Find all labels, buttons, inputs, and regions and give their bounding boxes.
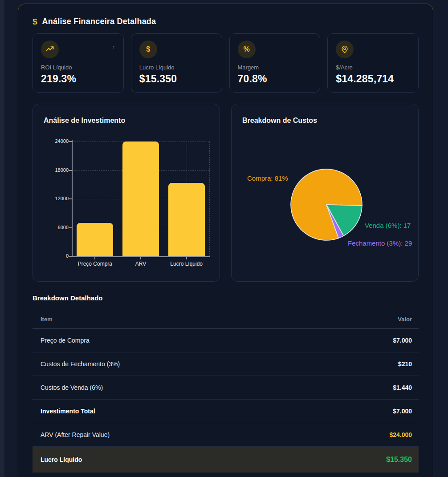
x-tick-mark bbox=[186, 257, 187, 259]
table-row-net-profit-highlighted: Lucro Líquido $15.350 bbox=[33, 447, 419, 473]
table-row-arv: ARV (After Repair Value) $24.000 bbox=[33, 423, 419, 447]
table-row-total-investment: Investimento Total $7.000 bbox=[33, 400, 419, 423]
stat-value: $15.350 bbox=[139, 73, 214, 85]
stat-card-margin: % Margem 70.8% bbox=[229, 33, 321, 93]
column-header-item: Item bbox=[41, 316, 53, 328]
column-header-valor: Valor bbox=[398, 316, 412, 328]
pie-label-venda: Venda (6%): 17 bbox=[365, 222, 411, 229]
pie-label-compra: Compra: 81% bbox=[247, 174, 288, 182]
table-row: Custos de Venda (6%) $1.440 bbox=[33, 376, 419, 400]
stat-card-per-acre: $/Acre $14.285,714 bbox=[327, 33, 419, 93]
bar-chart-title: Análise de Investimento bbox=[44, 117, 125, 125]
row-item-value: $7.000 bbox=[393, 337, 412, 344]
page-left-edge bbox=[0, 0, 4, 477]
bar-ARV[interactable] bbox=[122, 141, 159, 256]
trend-up-indicator: ↑ bbox=[112, 44, 115, 50]
table-row: Preço de Compra $7.000 bbox=[33, 329, 419, 352]
y-axis-line bbox=[72, 140, 73, 257]
panel-title: Análise Financeira Detalhada bbox=[42, 17, 156, 26]
pie-svg bbox=[286, 165, 367, 245]
y-tick-label: 6000 bbox=[33, 225, 69, 230]
pie-label-fechamento: Fechamento (3%): 29 bbox=[348, 239, 412, 247]
row-item-label: Lucro Líquido bbox=[41, 456, 82, 463]
x-tick-label: Preço Compra bbox=[72, 261, 118, 267]
dollar-icon: $ bbox=[33, 17, 37, 26]
stat-card-roi: ↑ ROI Líquido 219.3% bbox=[33, 33, 124, 93]
table-row: Custos de Fechamento (3%) $210 bbox=[33, 352, 419, 376]
map-pin-icon bbox=[336, 40, 354, 58]
row-item-value: $7.000 bbox=[393, 408, 412, 415]
investment-bar-chart-card: 06000120001800024000Preço CompraARVLucro… bbox=[33, 104, 220, 282]
row-item-label: Custos de Venda (6%) bbox=[41, 384, 103, 391]
financial-analysis-panel: $ Análise Financeira Detalhada ↑ ROI Líq… bbox=[18, 4, 433, 477]
stat-value: 70.8% bbox=[238, 73, 312, 85]
x-tick-label: Lucro Líquido bbox=[163, 261, 209, 267]
y-tick-label: 18000 bbox=[33, 167, 69, 173]
stat-label: ROI Líquido bbox=[41, 64, 115, 71]
row-item-value: $24.000 bbox=[389, 431, 412, 438]
pie-chart[interactable]: Compra: 81%Venda (6%): 17Fechamento (3%)… bbox=[232, 104, 418, 281]
dollar-icon: $ bbox=[139, 40, 157, 58]
row-item-value: $1.440 bbox=[393, 384, 412, 391]
cost-pie-chart-card: Compra: 81%Venda (6%): 17Fechamento (3%)… bbox=[231, 104, 419, 282]
stats-row: ↑ ROI Líquido 219.3% $ Lucro Líquido $15… bbox=[33, 33, 419, 93]
y-tick-label: 24000 bbox=[33, 138, 69, 144]
row-item-label: ARV (After Repair Value) bbox=[41, 431, 110, 438]
y-tick-label: 0 bbox=[33, 253, 69, 259]
stat-label: Lucro Líquido bbox=[139, 64, 214, 71]
breakdown-title: Breakdown Detalhado bbox=[33, 294, 419, 302]
stat-value: $14.285,714 bbox=[336, 73, 410, 85]
panel-header: $ Análise Financeira Detalhada bbox=[33, 15, 419, 28]
breakdown-section: Breakdown Detalhado Item Valor Preço de … bbox=[33, 294, 419, 473]
bar-Lucro Líquido[interactable] bbox=[168, 183, 205, 256]
stat-label: $/Acre bbox=[336, 64, 410, 71]
gridline bbox=[209, 141, 210, 256]
row-item-label: Preço de Compra bbox=[41, 337, 90, 344]
charts-row: 06000120001800024000Preço CompraARVLucro… bbox=[33, 104, 419, 282]
bar-Preço Compra[interactable] bbox=[77, 223, 113, 256]
percent-icon: % bbox=[238, 40, 256, 58]
x-tick-mark bbox=[140, 257, 141, 259]
row-item-label: Investimento Total bbox=[41, 408, 95, 415]
trending-up-icon bbox=[41, 40, 59, 58]
pie-chart-title: Breakdown de Custos bbox=[242, 117, 317, 125]
row-item-value: $210 bbox=[398, 360, 412, 368]
stat-label: Margem bbox=[238, 64, 312, 71]
y-tick-label: 12000 bbox=[33, 196, 69, 201]
x-tick-mark bbox=[94, 257, 95, 259]
stat-value: 219.3% bbox=[41, 73, 115, 85]
stat-card-profit: $ Lucro Líquido $15.350 bbox=[131, 33, 222, 93]
table-header-row: Item Valor bbox=[33, 312, 419, 329]
row-item-value: $15.350 bbox=[386, 456, 412, 464]
row-item-label: Custos de Fechamento (3%) bbox=[41, 360, 120, 368]
x-tick-label: ARV bbox=[118, 261, 164, 267]
bar-chart[interactable]: 06000120001800024000Preço CompraARVLucro… bbox=[33, 104, 220, 281]
